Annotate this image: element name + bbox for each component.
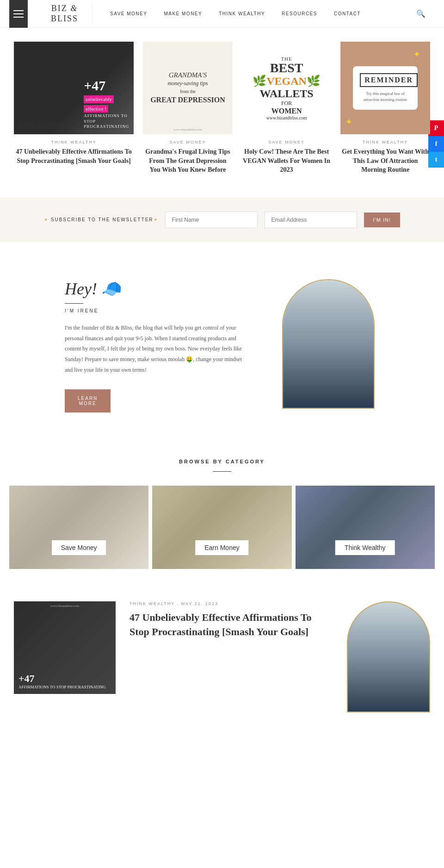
card-title-4: Get Everything You Want With This Law Of…: [340, 147, 430, 175]
browse-title: BROWSE BY CATEGORY: [9, 459, 435, 464]
nav-make-money[interactable]: MAKE MONEY: [164, 11, 202, 16]
reminder-title: REMINDER: [360, 73, 418, 87]
highlight-text2: effective !: [84, 105, 108, 112]
site-logo[interactable]: BIZ &BLISS: [37, 4, 92, 24]
main-nav: SAVE MONEY MAKE MONEY THINK WEALTHY RESO…: [92, 9, 435, 18]
card-title-2: Grandma's Frugal Living Tips From The Gr…: [143, 147, 233, 175]
recent-posts-section: www.bizandbliss.com +47 AFFIRMATIONS TO …: [0, 587, 444, 726]
about-image-frame: [282, 279, 375, 409]
search-icon[interactable]: 🔍: [416, 9, 426, 18]
recent-post-thumbnail[interactable]: www.bizandbliss.com +47 AFFIRMATIONS TO …: [14, 601, 116, 694]
browse-think-bg: [296, 486, 435, 569]
browse-card-save[interactable]: Save Money: [9, 486, 148, 569]
newsletter-submit-button[interactable]: I'M IN!: [364, 212, 400, 227]
star-icon-2: ✦: [345, 116, 353, 127]
vegan-women: WOMEN: [271, 107, 302, 115]
twitter-button[interactable]: t: [428, 152, 444, 168]
browse-grid: Save Money Earn Money Think Wealthy: [9, 486, 435, 569]
featured-card-3[interactable]: THE BEST 🌿VEGAN🌿 WALLETS FOR WOMEN www.b…: [237, 37, 336, 179]
browse-earn-bg: [152, 486, 291, 569]
card-category-4: THINK WEALTHY: [340, 140, 430, 144]
social-sidebar: P f t: [428, 120, 444, 168]
featured-card-2[interactable]: GRANDMA'S money-saving tips from the GRE…: [138, 37, 237, 179]
grandma-title-block: GRANDMA'S money-saving tips from the GRE…: [150, 71, 225, 105]
recent-post-meta: THINK WEALTHY · MAY 21, 2023: [130, 601, 333, 606]
logo-text: BIZ &BLISS: [51, 4, 78, 23]
highlight-text1: unbelievably: [84, 95, 114, 103]
browse-save-bg: [9, 486, 148, 569]
plus47-text: +47: [84, 76, 129, 94]
nav-contact[interactable]: CONTACT: [334, 11, 361, 16]
recent-post-item: www.bizandbliss.com +47 AFFIRMATIONS TO …: [14, 601, 430, 712]
recent-author-photo: [347, 601, 430, 712]
nav-resources[interactable]: RESOURCES: [282, 11, 317, 16]
pinterest-button[interactable]: P: [428, 120, 444, 136]
about-divider: [65, 303, 83, 304]
newsletter-email-input[interactable]: [265, 212, 357, 228]
affirmation-subtext: AFFIRMATIONS TO STOPPROCRASTINATING: [84, 113, 129, 130]
browse-save-label: Save Money: [52, 540, 106, 555]
card-image-grandma: GRANDMA'S money-saving tips from the GRE…: [143, 42, 233, 134]
newsletter-label: ✦ SUBSCRIBE TO THE NEWSLETTER✦: [44, 217, 158, 222]
about-image-block: [278, 279, 379, 409]
learn-more-button[interactable]: LEARNMORE: [65, 389, 111, 412]
browse-section: BROWSE BY CATEGORY Save Money Earn Money…: [0, 440, 444, 587]
featured-card-4[interactable]: ✦ ✦ REMINDER Try this magical law of att…: [336, 37, 435, 179]
hamburger-line: [13, 10, 24, 11]
hamburger-button[interactable]: [9, 0, 28, 28]
card-category-2: SAVE MONEY: [143, 140, 233, 144]
about-person-photo: [283, 280, 374, 408]
reminder-card: REMINDER Try this magical law of attract…: [353, 66, 418, 109]
vegan-for: FOR: [281, 100, 292, 107]
card-title: 47 Unbelievably Effective Affirmations T…: [14, 147, 134, 165]
recent-image-text: +47 AFFIRMATIONS TO STOP PROCRASTINATING: [18, 673, 105, 689]
facebook-button[interactable]: f: [428, 136, 444, 152]
url-label: www.bizandbliss.com: [18, 121, 84, 130]
browse-earn-label: Earn Money: [195, 540, 248, 555]
nav-save-money[interactable]: SAVE MONEY: [110, 11, 147, 16]
newsletter-firstname-input[interactable]: [165, 212, 258, 228]
vegan-year: www.bizandbliss.com: [266, 115, 307, 120]
browse-divider: [213, 471, 231, 472]
newsletter-section: ✦ SUBSCRIBE TO THE NEWSLETTER✦ I'M IN!: [0, 198, 444, 242]
hamburger-line: [13, 13, 24, 14]
card-category-3: SAVE MONEY: [242, 140, 332, 144]
recent-url-label: www.bizandbliss.com: [50, 604, 79, 608]
about-section: Hey! 🧢 I'M IRENE I'm the founder of Biz …: [0, 251, 444, 440]
card-image-affirmations: www.bizandbliss.com +47 unbelievably eff…: [14, 42, 134, 134]
featured-grid: www.bizandbliss.com +47 unbelievably eff…: [0, 28, 444, 188]
card-image-reminder: ✦ ✦ REMINDER Try this magical law of att…: [340, 42, 430, 134]
about-hey-text: Hey! 🧢: [65, 279, 250, 299]
browse-think-label: Think Wealthy: [335, 540, 395, 555]
browse-card-think[interactable]: Think Wealthy: [296, 486, 435, 569]
star-icon-1: ✦: [413, 49, 421, 60]
site-header: BIZ &BLISS SAVE MONEY MAKE MONEY THINK W…: [0, 0, 444, 28]
recent-post-title[interactable]: 47 Unbelievably Effective Affirmations T…: [130, 611, 333, 639]
vegan-wallets: WALLETS: [260, 87, 314, 100]
about-text-block: Hey! 🧢 I'M IRENE I'm the founder of Biz …: [65, 279, 250, 412]
recent-post-body: THINK WEALTHY · MAY 21, 2023 47 Unbeliev…: [130, 601, 333, 639]
vegan-vegan-label: 🌿VEGAN🌿: [253, 75, 321, 87]
hamburger-line: [13, 17, 24, 18]
card-category: THINK WEALTHY: [14, 140, 134, 144]
vegan-best: BEST: [270, 62, 303, 75]
featured-posts-section: www.bizandbliss.com +47 unbelievably eff…: [0, 28, 444, 188]
browse-card-earn[interactable]: Earn Money: [152, 486, 291, 569]
reminder-text: Try this magical law of attraction morni…: [360, 91, 411, 102]
card-title-3: Holy Cow! These Are The Best VEGAN Walle…: [242, 147, 332, 175]
nav-think-wealthy[interactable]: THINK WEALTHY: [219, 11, 265, 16]
about-description: I'm the founder of Biz & Bliss, the blog…: [65, 323, 250, 375]
featured-card-1[interactable]: www.bizandbliss.com +47 unbelievably eff…: [9, 37, 138, 179]
card-image-vegan: THE BEST 🌿VEGAN🌿 WALLETS FOR WOMEN www.b…: [242, 42, 332, 134]
grandma-bottom: www.bizandbliss.com: [173, 128, 202, 131]
about-name-label: I'M IRENE: [65, 308, 250, 313]
